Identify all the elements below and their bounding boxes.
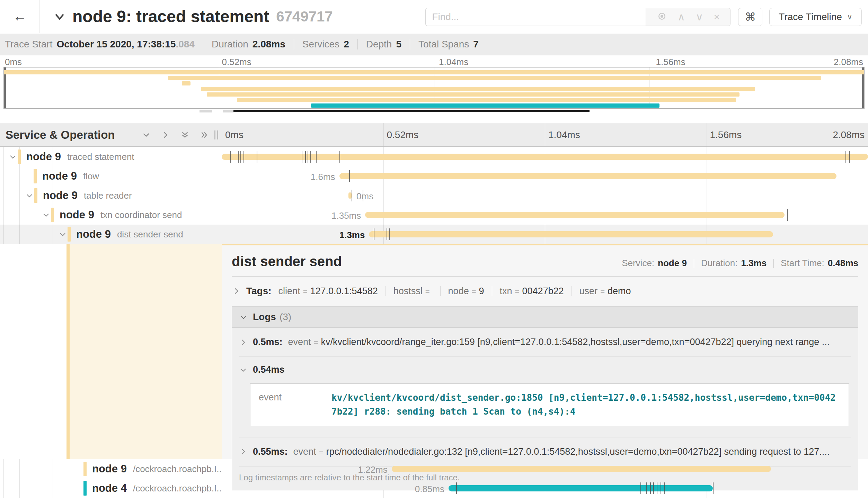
service-name: node 9 bbox=[43, 189, 78, 202]
column-resize-grip[interactable] bbox=[214, 130, 218, 139]
service-name: node 9 bbox=[26, 151, 61, 163]
span-name-cell[interactable]: node 9 traced statement bbox=[0, 147, 222, 166]
expand-one-icon[interactable] bbox=[160, 130, 171, 140]
log-field-value: rpc/nodedialer/nodedialer.go:132 [n9,cli… bbox=[326, 446, 830, 457]
span-detail-indent bbox=[0, 244, 222, 459]
span-duration-label: 1.3ms bbox=[339, 230, 365, 241]
summary-label: Depth bbox=[366, 39, 392, 50]
span-detail-row: dist sender send Service: node 9 Duratio… bbox=[0, 244, 868, 459]
log-marker-tick bbox=[661, 482, 661, 494]
log-marker-tick bbox=[845, 151, 846, 163]
start-time-value: 0.48ms bbox=[828, 258, 858, 269]
find-bar: ∧ ∨ × bbox=[425, 8, 730, 26]
span-duration-label: 1.35ms bbox=[331, 210, 361, 221]
minimap-span bbox=[201, 87, 755, 91]
span-bar[interactable] bbox=[369, 231, 773, 237]
scrollbar-block[interactable] bbox=[200, 110, 212, 112]
scrollbar-block[interactable] bbox=[223, 110, 234, 112]
find-tools: ∧ ∨ × bbox=[646, 8, 730, 26]
logs-header[interactable]: Logs (3) bbox=[232, 307, 858, 328]
header-actions: ∧ ∨ × ⌘ Trace Timeline ∨ bbox=[425, 8, 862, 26]
log-timestamp: 0.54ms bbox=[253, 364, 285, 375]
time-tick-label: 1.56ms bbox=[710, 129, 742, 141]
collapse-one-icon[interactable] bbox=[141, 130, 151, 140]
chevron-down-icon[interactable] bbox=[25, 191, 34, 200]
trace-title: node 9: traced statement bbox=[72, 7, 269, 26]
span-timeline-cell[interactable] bbox=[222, 147, 868, 166]
span-bar[interactable] bbox=[392, 466, 771, 472]
log-marker-tick bbox=[230, 151, 231, 163]
span-name-cell[interactable]: node 9 txn coordinator send bbox=[0, 205, 222, 225]
log-marker-tick bbox=[653, 482, 654, 494]
scrollbar-thumb[interactable] bbox=[233, 110, 590, 112]
span-duration-label: 0.85ms bbox=[415, 484, 444, 495]
log-marker-tick bbox=[389, 228, 390, 240]
summary-value: 7 bbox=[473, 39, 479, 50]
span-timeline-cell[interactable]: 0ms bbox=[222, 186, 868, 205]
log-entry[interactable]: 0.5ms: event = kv/kvclient/kvcoord/range… bbox=[239, 328, 851, 356]
span-color-strip bbox=[67, 244, 70, 459]
clear-find-icon[interactable]: × bbox=[714, 12, 720, 22]
span-bar[interactable] bbox=[339, 173, 836, 179]
service-color-strip bbox=[83, 481, 87, 496]
log-field-key: event bbox=[259, 391, 331, 419]
prev-match-icon[interactable]: ∧ bbox=[677, 12, 685, 22]
chevron-down-icon[interactable] bbox=[9, 153, 18, 161]
span-bar[interactable] bbox=[348, 192, 352, 199]
span-bar[interactable] bbox=[365, 212, 785, 218]
span-row: node 4 /cockroach.roachpb.I... 0.85ms bbox=[0, 479, 868, 498]
span-name-cell[interactable]: node 9 flow bbox=[0, 166, 222, 186]
keyboard-shortcuts-button[interactable]: ⌘ bbox=[738, 8, 762, 26]
service-color-strip bbox=[18, 150, 21, 164]
log-marker-tick bbox=[308, 151, 308, 163]
log-entry-header[interactable]: 0.54ms bbox=[239, 364, 851, 375]
span-bar[interactable] bbox=[222, 154, 868, 160]
expand-all-icon[interactable] bbox=[199, 130, 210, 140]
tag-item: node=9 bbox=[448, 286, 484, 297]
span-name-cell[interactable]: node 9 dist sender send bbox=[0, 225, 222, 244]
span-name-cell[interactable]: node 9 /cockroach.roachpb.I... bbox=[0, 459, 222, 479]
log-marker-tick bbox=[349, 170, 350, 182]
log-marker-tick bbox=[240, 151, 241, 163]
tag-item: client=127.0.0.1:54582 bbox=[278, 286, 378, 297]
find-input[interactable] bbox=[425, 8, 646, 26]
span-bar[interactable] bbox=[449, 485, 713, 491]
span-row: node 9 txn coordinator send 1.35ms bbox=[0, 205, 868, 225]
span-timeline-cell[interactable]: 1.3ms bbox=[222, 225, 868, 244]
span-timeline-cell[interactable]: 1.6ms bbox=[222, 166, 868, 186]
span-name-cell[interactable]: node 4 /cockroach.roachpb.I... bbox=[0, 479, 222, 498]
tag-item: hostssl= bbox=[393, 286, 433, 297]
tags-accordion[interactable]: Tags: client=127.0.0.1:54582 hostssl= no… bbox=[232, 286, 858, 297]
time-tick-label: 1.56ms bbox=[656, 57, 685, 67]
log-marker-tick bbox=[646, 482, 647, 494]
service-name: node 9 bbox=[60, 209, 94, 221]
span-timeline-cell[interactable]: 0.85ms bbox=[222, 479, 868, 498]
span-row: node 9 traced statement bbox=[0, 147, 868, 166]
collapse-header-chevron-icon[interactable] bbox=[53, 10, 66, 23]
back-button[interactable]: ← bbox=[0, 0, 40, 33]
summary-value: October 15 2020, 17:38:15 bbox=[56, 39, 176, 50]
summary-value: 2.08ms bbox=[253, 39, 285, 50]
minimap-span bbox=[237, 98, 736, 102]
log-marker-tick bbox=[849, 151, 850, 163]
span-duration-label: 1.6ms bbox=[311, 172, 335, 182]
span-name-cell[interactable]: node 9 table reader bbox=[0, 186, 222, 205]
service-name: node 4 bbox=[92, 482, 127, 495]
chevron-down-icon[interactable] bbox=[59, 230, 68, 238]
focus-match-icon[interactable] bbox=[657, 11, 667, 23]
span-duration-label: 1.22ms bbox=[358, 464, 388, 475]
log-marker-tick bbox=[374, 228, 374, 240]
span-timeline-cell[interactable]: 1.22ms bbox=[222, 459, 868, 479]
log-marker-tick bbox=[640, 482, 641, 494]
trace-view-select[interactable]: Trace Timeline ∨ bbox=[769, 8, 862, 26]
trace-minimap[interactable] bbox=[3, 67, 865, 109]
span-timeline-cell[interactable]: 1.35ms bbox=[222, 205, 868, 225]
time-tick-label: 2.08ms bbox=[833, 129, 865, 141]
service-value: node 9 bbox=[658, 258, 687, 269]
service-color-strip bbox=[34, 169, 37, 183]
summary-label: Total Spans bbox=[418, 39, 469, 50]
operation-name: dist sender send bbox=[117, 229, 183, 240]
chevron-down-icon[interactable] bbox=[42, 211, 51, 219]
collapse-all-icon[interactable] bbox=[180, 130, 190, 140]
next-match-icon[interactable]: ∨ bbox=[696, 12, 703, 22]
